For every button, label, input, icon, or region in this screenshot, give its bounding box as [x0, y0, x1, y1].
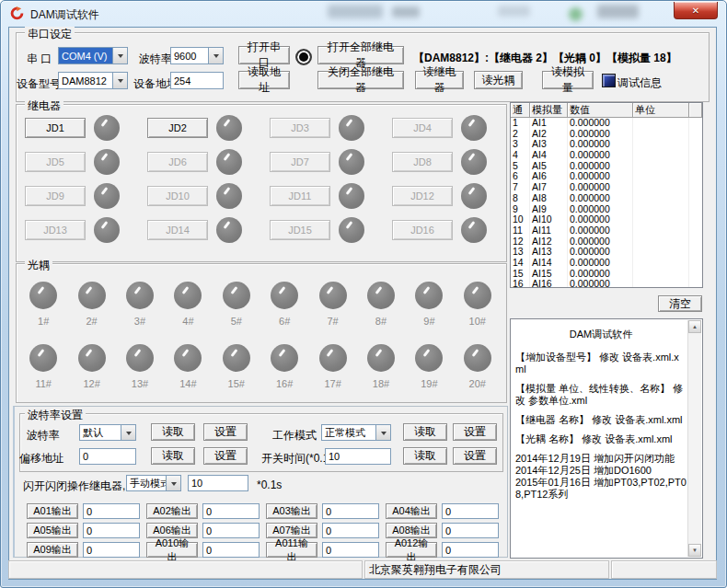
- baud-combo[interactable]: 9600: [170, 47, 224, 64]
- analog-table-row[interactable]: 6AI60.000000: [511, 171, 702, 182]
- ao-output-input[interactable]: 0: [322, 523, 379, 538]
- relay-button-JD2[interactable]: JD2: [147, 118, 208, 138]
- work-mode-set-button[interactable]: 设置: [453, 423, 497, 441]
- chevron-down-icon[interactable]: [112, 73, 127, 88]
- analog-table-row[interactable]: 10AI100.000000: [511, 214, 702, 225]
- offset-set-button[interactable]: 设置: [203, 447, 248, 465]
- ao-output-input[interactable]: 0: [83, 523, 140, 538]
- analog-table-row[interactable]: 13AI130.000000: [511, 247, 702, 258]
- relay-button-JD3[interactable]: JD3: [270, 118, 330, 138]
- ao-output-button-A010输出[interactable]: A010输出: [146, 542, 198, 558]
- analog-table-row[interactable]: 4AI40.000000: [511, 150, 702, 161]
- switch-time-input[interactable]: 10: [325, 448, 391, 465]
- ao-output-button-A02输出[interactable]: A02输出: [146, 503, 198, 519]
- relay-button-JD10[interactable]: JD10: [147, 186, 208, 206]
- analog-table-row[interactable]: 8AI80.000000: [511, 193, 702, 204]
- open-port-button[interactable]: 打开串口: [238, 46, 290, 64]
- scroll-down-icon[interactable]: ▼: [688, 544, 701, 557]
- relay-button-JD14[interactable]: JD14: [147, 220, 208, 240]
- ao-output-button-A05输出[interactable]: A05输出: [27, 523, 78, 538]
- read-analog-button[interactable]: 读模拟量: [542, 71, 594, 89]
- relay-button-JD7[interactable]: JD7: [270, 152, 330, 172]
- relay-button-JD11[interactable]: JD11: [270, 186, 330, 206]
- relay-button-JD4[interactable]: JD4: [392, 118, 453, 138]
- ao-output-button-A03输出[interactable]: A03输出: [266, 503, 317, 519]
- work-mode-combo[interactable]: 正常模式: [321, 424, 391, 441]
- chevron-down-icon[interactable]: [166, 476, 180, 490]
- relay-button-JD12[interactable]: JD12: [392, 186, 453, 206]
- ao-output-input[interactable]: 0: [442, 503, 499, 519]
- analog-table-row[interactable]: 15AI150.000000: [511, 269, 702, 280]
- analog-col-header[interactable]: 模拟量: [530, 103, 568, 117]
- debug-info-icon[interactable]: [602, 74, 616, 87]
- flash-mode-combo[interactable]: 手动模式: [126, 475, 181, 491]
- close-all-relays-button[interactable]: 关闭全部继电器: [317, 71, 404, 89]
- ao-output-button-A012输出[interactable]: A012输出: [386, 542, 437, 558]
- read-address-button[interactable]: 读取地址: [238, 71, 290, 89]
- analog-table-row[interactable]: 11AI110.000000: [511, 225, 702, 236]
- relay-cell: JD12: [392, 179, 514, 213]
- clear-button[interactable]: 清空: [658, 295, 702, 312]
- relay-cell: JD2: [147, 110, 270, 144]
- chevron-down-icon[interactable]: [208, 48, 223, 63]
- relay-button-JD9[interactable]: JD9: [25, 186, 86, 206]
- analog-table-row[interactable]: 16AI160.000000: [511, 279, 702, 288]
- chevron-down-icon[interactable]: [121, 425, 135, 440]
- analog-table-row[interactable]: 9AI90.000000: [511, 204, 702, 215]
- ao-output-input[interactable]: 0: [202, 542, 260, 558]
- relay-button-JD15[interactable]: JD15: [270, 220, 330, 240]
- baud-setting-combo[interactable]: 默认: [79, 424, 136, 441]
- analog-col-header[interactable]: [689, 103, 702, 117]
- baud-set-button[interactable]: 设置: [203, 423, 248, 441]
- relay-button-JD16[interactable]: JD16: [392, 220, 453, 240]
- analog-table-row[interactable]: 2AI20.000000: [511, 129, 702, 140]
- analog-table-row[interactable]: 14AI140.000000: [511, 258, 702, 269]
- analog-table-row[interactable]: 7AI70.000000: [511, 182, 702, 193]
- close-button[interactable]: ✕: [674, 2, 718, 19]
- ao-output-button-A09输出[interactable]: A09输出: [27, 542, 78, 558]
- analog-table-row[interactable]: 12AI120.000000: [511, 236, 702, 248]
- model-combo[interactable]: DAM8812: [58, 72, 128, 89]
- ao-output-input[interactable]: 0: [202, 503, 260, 519]
- analog-table-row[interactable]: 1AI10.000000: [511, 118, 702, 129]
- switch-time-read-button[interactable]: 读取: [403, 447, 447, 465]
- chevron-down-icon[interactable]: [375, 425, 390, 440]
- port-combo[interactable]: COM4 (V): [58, 47, 128, 64]
- offset-address-input[interactable]: 0: [79, 448, 136, 465]
- ao-output-input[interactable]: 0: [442, 542, 499, 558]
- ao-output-input[interactable]: 0: [83, 542, 140, 558]
- status-segment-right: [611, 560, 717, 579]
- analog-col-header[interactable]: 单位: [633, 103, 689, 117]
- relay-button-JD8[interactable]: JD8: [392, 152, 453, 172]
- ao-output-input[interactable]: 0: [83, 503, 140, 519]
- chevron-down-icon[interactable]: [112, 48, 127, 63]
- read-opto-button[interactable]: 读光耦: [474, 71, 523, 89]
- ao-output-button-A04输出[interactable]: A04输出: [386, 503, 437, 519]
- scroll-up-icon[interactable]: ▲: [688, 320, 701, 333]
- relay-button-JD1[interactable]: JD1: [25, 118, 86, 138]
- log-line: 【光耦 名称】 修改 设备表.xml.xml: [515, 433, 687, 445]
- relay-indicator-icon: [461, 183, 487, 209]
- analog-col-header[interactable]: 通: [511, 103, 530, 117]
- offset-read-button[interactable]: 读取: [151, 447, 195, 465]
- relay-button-JD5[interactable]: JD5: [25, 152, 86, 172]
- ao-output-input[interactable]: 0: [442, 523, 499, 538]
- flash-time-input[interactable]: 10: [188, 475, 248, 491]
- address-input[interactable]: 254: [170, 72, 224, 89]
- baud-read-button[interactable]: 读取: [151, 423, 195, 441]
- analog-table-row[interactable]: 3AI30.000000: [511, 139, 702, 150]
- ao-output-input[interactable]: 0: [322, 542, 379, 558]
- ao-output-input[interactable]: 0: [202, 523, 260, 538]
- switch-time-set-button[interactable]: 设置: [453, 447, 497, 465]
- read-relay-button[interactable]: 读继电器: [415, 71, 464, 89]
- ao-output-button-A011输出[interactable]: A011输出: [266, 542, 317, 558]
- analog-col-header[interactable]: 数值: [568, 103, 633, 117]
- open-all-relays-button[interactable]: 打开全部继电器: [317, 46, 404, 64]
- relay-button-JD6[interactable]: JD6: [147, 152, 208, 172]
- analog-table-row[interactable]: 5AI50.000000: [511, 161, 702, 172]
- ao-output-input[interactable]: 0: [322, 503, 379, 519]
- relay-button-JD13[interactable]: JD13: [25, 220, 86, 240]
- ao-output-button-A01输出[interactable]: A01输出: [27, 503, 78, 519]
- log-scrollbar[interactable]: ▲ ▼: [687, 320, 701, 557]
- work-mode-read-button[interactable]: 读取: [403, 423, 447, 441]
